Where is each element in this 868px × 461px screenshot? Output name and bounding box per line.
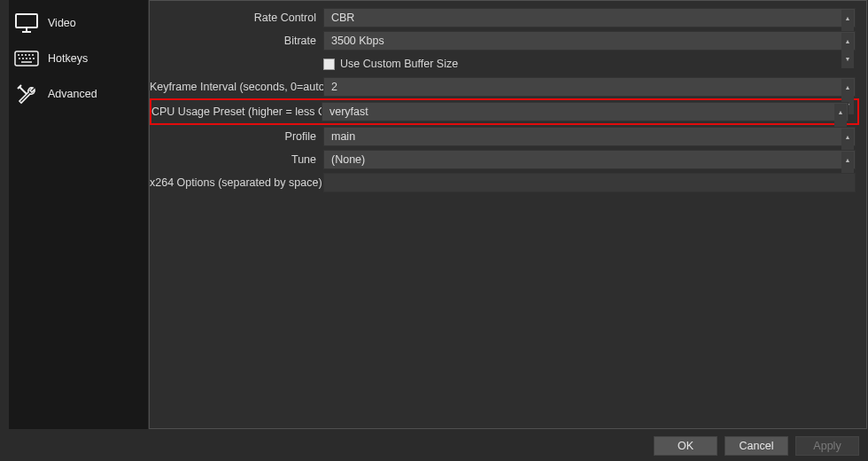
rate-control-value: CBR	[331, 12, 354, 24]
keyframe-value: 2	[331, 81, 337, 93]
custom-buffer-label: Use Custom Buffer Size	[340, 58, 458, 70]
sidebar-item-hotkeys[interactable]: Hotkeys	[9, 41, 148, 76]
tune-value: (None)	[331, 153, 365, 166]
bitrate-spinbox[interactable]: 3500 Kbps ▲▼	[323, 31, 856, 51]
ok-button[interactable]: OK	[654, 436, 717, 456]
dialog-footer: OK Cancel Apply	[0, 431, 868, 461]
updown-icon: ▲▼	[841, 10, 854, 26]
x264-input[interactable]	[323, 173, 856, 192]
tools-icon	[14, 82, 39, 106]
keyboard-icon	[14, 46, 39, 71]
svg-rect-0	[16, 14, 37, 27]
x264-label: x264 Options (separated by space)	[150, 176, 323, 189]
row-keyframe: Keyframe Interval (seconds, 0=auto) 2 ▲▼	[150, 75, 861, 98]
sidebar-item-video[interactable]: Video	[9, 5, 148, 41]
output-settings-panel: Rate Control CBR ▲▼ Bitrate 3500 Kbps	[149, 0, 867, 429]
row-bitrate: Bitrate 3500 Kbps ▲▼	[150, 29, 861, 52]
row-tune: Tune (None) ▲▼	[150, 148, 861, 171]
sidebar-item-label: Advanced	[48, 88, 97, 100]
row-profile: Profile main ▲▼	[150, 125, 861, 148]
bitrate-value: 3500 Kbps	[331, 35, 384, 47]
cpu-preset-value: veryfast	[329, 105, 368, 118]
rate-control-select[interactable]: CBR ▲▼	[323, 8, 856, 27]
updown-icon: ▲▼	[834, 104, 847, 120]
row-rate-control: Rate Control CBR ▲▼	[150, 6, 861, 29]
settings-sidebar: Video Hotkeys Advanced	[9, 0, 148, 429]
updown-icon: ▲▼	[841, 33, 854, 49]
apply-button: Apply	[795, 436, 859, 456]
monitor-icon	[14, 11, 39, 35]
row-cpu-preset-highlighted: CPU Usage Preset (higher = less CPU) ver…	[150, 98, 859, 125]
keyframe-spinbox[interactable]: 2 ▲▼	[323, 77, 856, 97]
sidebar-item-label: Hotkeys	[48, 52, 88, 65]
custom-buffer-checkbox[interactable]	[323, 59, 335, 70]
profile-select[interactable]: main ▲▼	[323, 127, 856, 146]
row-custom-buffer: Use Custom Buffer Size	[150, 52, 861, 75]
tune-label: Tune	[150, 153, 323, 166]
profile-value: main	[331, 130, 355, 143]
row-x264-options: x264 Options (separated by space)	[150, 171, 861, 194]
keyframe-label: Keyframe Interval (seconds, 0=auto)	[150, 81, 323, 93]
bitrate-label: Bitrate	[150, 35, 323, 47]
cpu-preset-label: CPU Usage Preset (higher = less CPU)	[151, 105, 322, 118]
profile-label: Profile	[150, 130, 323, 143]
updown-icon: ▲▼	[841, 129, 854, 145]
rate-control-label: Rate Control	[150, 12, 323, 24]
svg-line-15	[19, 87, 27, 94]
tune-select[interactable]: (None) ▲▼	[323, 150, 856, 169]
updown-icon: ▲▼	[841, 152, 854, 168]
updown-icon: ▲▼	[841, 79, 854, 95]
sidebar-item-label: Video	[48, 17, 76, 29]
cancel-button[interactable]: Cancel	[725, 436, 788, 456]
cpu-preset-select[interactable]: veryfast ▲▼	[322, 102, 849, 121]
sidebar-item-advanced[interactable]: Advanced	[9, 76, 148, 112]
